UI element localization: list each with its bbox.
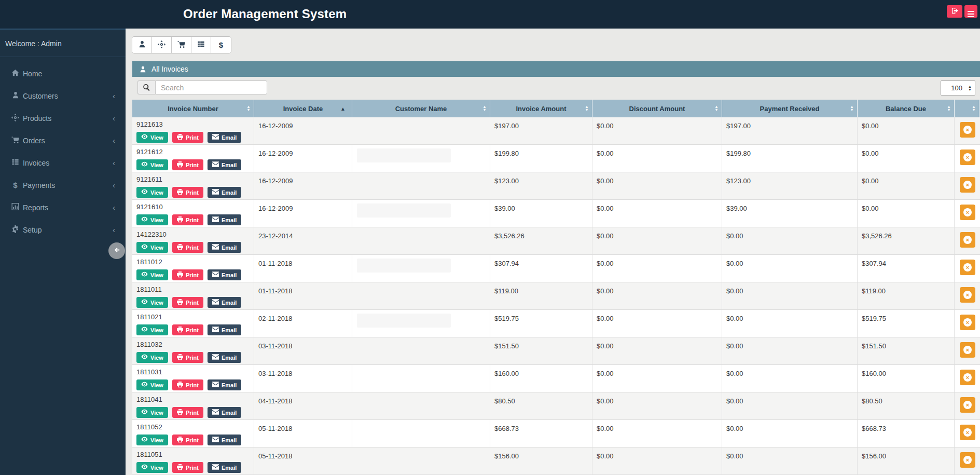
cancel-invoice-button[interactable]: ×: [960, 260, 975, 275]
cancel-invoice-button[interactable]: ×: [960, 150, 975, 165]
column-header-discount-amount[interactable]: Discount Amount▴▾: [592, 100, 722, 117]
column-header-label: Payment Received: [760, 105, 820, 113]
cancel-invoice-button[interactable]: ×: [960, 425, 975, 440]
sort-icon[interactable]: ▴▾: [851, 105, 853, 112]
sidebar-item-payments[interactable]: $Payments‹: [0, 174, 126, 196]
invoice-number-cell: 1811041ViewPrintEmail: [132, 392, 254, 419]
cancel-invoice-button[interactable]: ×: [960, 287, 975, 303]
cancel-invoice-button[interactable]: ×: [960, 205, 975, 220]
view-button[interactable]: View: [136, 324, 168, 335]
payment-received-cell: $0.00: [722, 447, 858, 474]
email-button-label: Email: [222, 272, 237, 278]
cancel-invoice-button[interactable]: ×: [960, 122, 975, 138]
sidebar-collapse-button[interactable]: [108, 242, 125, 259]
envelope-icon: [212, 409, 219, 416]
cancel-invoice-button[interactable]: ×: [960, 370, 975, 385]
customers-shortcut-button[interactable]: [132, 37, 152, 53]
sidebar-item-setup[interactable]: Setup‹: [0, 219, 126, 241]
email-button[interactable]: Email: [208, 407, 241, 418]
email-button[interactable]: Email: [208, 132, 241, 143]
sidebar-item-products[interactable]: Products‹: [0, 107, 126, 129]
invoice-amount: $151.50: [494, 342, 519, 350]
search-input[interactable]: [155, 80, 267, 94]
sort-icon[interactable]: ▴▾: [948, 105, 950, 112]
column-header-payment-received[interactable]: Payment Received▴▾: [722, 100, 858, 117]
print-button[interactable]: Print: [172, 407, 203, 418]
cancel-invoice-button[interactable]: ×: [960, 452, 975, 468]
email-button[interactable]: Email: [208, 187, 241, 198]
invoices-shortcut-button[interactable]: [191, 37, 211, 53]
view-button-label: View: [150, 327, 163, 333]
email-button[interactable]: Email: [208, 462, 241, 473]
print-button[interactable]: Print: [172, 242, 203, 253]
print-button[interactable]: Print: [172, 297, 203, 308]
page-size-input[interactable]: 100 ▲▼: [941, 80, 975, 96]
print-button[interactable]: Print: [172, 269, 203, 280]
view-button[interactable]: View: [136, 159, 168, 170]
quick-toolbar: $: [132, 37, 231, 53]
email-button[interactable]: Email: [208, 379, 241, 390]
view-button[interactable]: View: [136, 132, 168, 143]
print-button[interactable]: Print: [172, 435, 203, 445]
view-button[interactable]: View: [136, 214, 168, 225]
view-button[interactable]: View: [136, 269, 168, 280]
cancel-invoice-button[interactable]: ×: [960, 232, 975, 248]
print-button[interactable]: Print: [172, 352, 203, 363]
email-button[interactable]: Email: [208, 214, 241, 225]
sort-icon[interactable]: ▴▾: [973, 105, 975, 112]
column-header-customer-name[interactable]: Customer Name▴▾: [352, 100, 490, 117]
view-button[interactable]: View: [136, 352, 168, 363]
print-button[interactable]: Print: [172, 187, 203, 198]
sort-icon[interactable]: ▴▾: [484, 105, 486, 112]
orders-shortcut-button[interactable]: [172, 37, 191, 53]
payments-shortcut-button[interactable]: $: [211, 37, 231, 53]
sort-icon[interactable]: ▴▾: [247, 105, 250, 112]
print-button[interactable]: Print: [172, 324, 203, 335]
view-button[interactable]: View: [136, 187, 168, 198]
sidebar-item-home[interactable]: Home: [0, 62, 126, 85]
column-header-invoice-date[interactable]: Invoice Date▲: [254, 100, 352, 117]
email-button[interactable]: Email: [208, 297, 241, 308]
stepper-icon[interactable]: ▲▼: [968, 85, 972, 91]
column-header-invoice-number[interactable]: Invoice Number▴▾: [132, 100, 254, 117]
sidebar-item-customers[interactable]: Customers‹: [0, 85, 126, 107]
column-header-invoice-amount[interactable]: Invoice Amount▴▾: [490, 100, 592, 117]
cancel-invoice-button[interactable]: ×: [960, 342, 975, 358]
sidebar-item-invoices[interactable]: Invoices‹: [0, 152, 126, 174]
email-button[interactable]: Email: [208, 242, 241, 253]
print-button[interactable]: Print: [172, 379, 203, 390]
view-button[interactable]: View: [136, 379, 168, 390]
column-header-actions[interactable]: ▴▾: [955, 100, 979, 117]
column-header-balance-due[interactable]: Balance Due▴▾: [858, 100, 955, 117]
sort-icon[interactable]: ▴▾: [715, 105, 717, 112]
menu-toggle-button[interactable]: [964, 5, 977, 18]
view-button[interactable]: View: [136, 242, 168, 253]
view-button[interactable]: View: [136, 462, 168, 473]
view-button[interactable]: View: [136, 297, 168, 308]
products-shortcut-button[interactable]: [152, 37, 172, 53]
print-button[interactable]: Print: [172, 214, 203, 225]
logout-button[interactable]: [947, 5, 962, 18]
sidebar-menu: HomeCustomers‹Products‹Orders‹Invoices‹$…: [0, 57, 126, 241]
sort-icon[interactable]: ▴▾: [586, 105, 588, 112]
email-button[interactable]: Email: [208, 269, 241, 280]
email-button[interactable]: Email: [208, 352, 241, 363]
cancel-invoice-button[interactable]: ×: [960, 177, 975, 193]
print-button[interactable]: Print: [172, 132, 203, 143]
sort-asc-icon[interactable]: ▲: [340, 106, 346, 112]
cancel-invoice-button[interactable]: ×: [960, 315, 975, 330]
printer-icon: [177, 409, 183, 416]
invoice-amount: $307.94: [494, 260, 519, 267]
view-button[interactable]: View: [136, 407, 168, 418]
sidebar-item-reports[interactable]: Reports‹: [0, 196, 126, 219]
print-button[interactable]: Print: [172, 462, 203, 473]
balance-due: $668.73: [862, 425, 886, 432]
cancel-invoice-button[interactable]: ×: [960, 397, 975, 413]
print-button[interactable]: Print: [172, 159, 203, 170]
invoice-amount: $80.50: [494, 397, 515, 405]
sidebar-item-orders[interactable]: Orders‹: [0, 129, 126, 152]
email-button[interactable]: Email: [208, 159, 241, 170]
email-button[interactable]: Email: [208, 324, 241, 335]
view-button[interactable]: View: [136, 435, 168, 445]
email-button[interactable]: Email: [208, 435, 241, 445]
